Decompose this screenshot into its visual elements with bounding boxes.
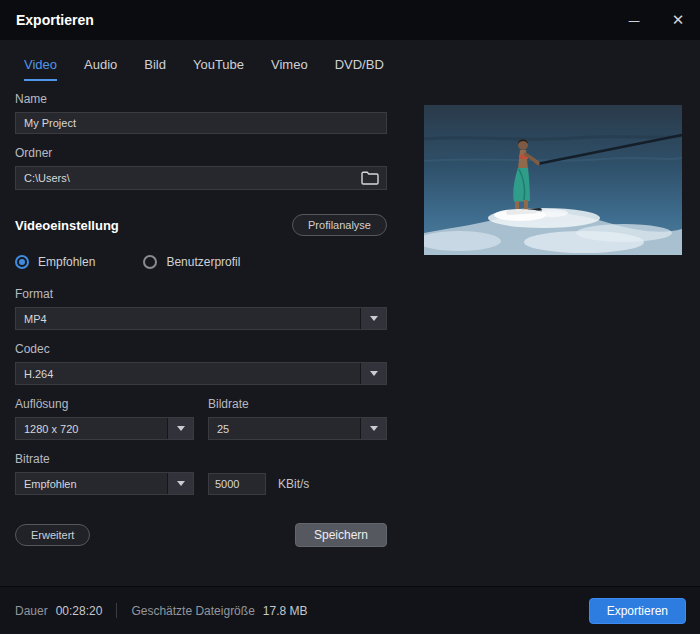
bitrate-mode-value: Empfohlen <box>16 473 167 494</box>
footer-bar: Dauer 00:28:20 Geschätzte Dateigröße 17.… <box>0 586 700 634</box>
chevron-down-icon <box>370 371 378 376</box>
framerate-value: 25 <box>209 418 360 439</box>
format-select-arrow[interactable] <box>360 308 386 329</box>
chevron-down-icon <box>177 481 185 486</box>
profile-analysis-button[interactable]: Profilanalyse <box>292 214 387 236</box>
bitrate-row: Empfohlen KBit/s <box>15 472 387 495</box>
chevron-down-icon <box>370 316 378 321</box>
video-preview-image <box>424 105 682 255</box>
footer-stats: Dauer 00:28:20 Geschätzte Dateigröße 17.… <box>15 603 308 618</box>
name-label: Name <box>15 92 387 106</box>
export-form: Name Ordner Videoeinstellung Profilanaly… <box>15 92 387 547</box>
footer-divider <box>116 603 117 618</box>
format-label: Format <box>15 287 387 301</box>
filesize-label: Geschätzte Dateigröße <box>131 604 254 618</box>
minimize-button[interactable]: ─ <box>612 0 656 40</box>
codec-value: H.264 <box>16 363 360 384</box>
filesize-value: 17.8 MB <box>263 604 308 618</box>
radio-unselected-icon <box>143 255 157 269</box>
duration-label: Dauer <box>15 604 48 618</box>
framerate-select[interactable]: 25 <box>208 417 387 440</box>
duration-value: 00:28:20 <box>56 604 103 618</box>
radio-recommended[interactable]: Empfohlen <box>15 255 95 269</box>
tab-audio[interactable]: Audio <box>84 57 117 81</box>
codec-label: Codec <box>15 342 387 356</box>
export-button[interactable]: Exportieren <box>589 598 686 624</box>
video-preview <box>424 105 682 255</box>
browse-folder-button[interactable] <box>359 169 381 187</box>
radio-custom-label: Benutzerprofil <box>166 255 240 269</box>
folder-field <box>15 166 387 190</box>
profile-radio-group: Empfohlen Benutzerprofil <box>15 255 387 269</box>
resolution-select[interactable]: 1280 x 720 <box>15 417 194 440</box>
resolution-label: Auflösung <box>15 397 194 411</box>
chevron-down-icon <box>177 426 185 431</box>
tab-youtube[interactable]: YouTube <box>193 57 244 81</box>
close-button[interactable]: ✕ <box>656 0 700 40</box>
minimize-icon: ─ <box>629 12 640 29</box>
advanced-button[interactable]: Erweitert <box>15 524 90 546</box>
bitrate-label: Bitrate <box>15 452 387 466</box>
bitrate-unit-label: KBit/s <box>278 477 309 491</box>
framerate-label: Bildrate <box>208 397 387 411</box>
folder-icon <box>361 171 379 185</box>
window-controls: ─ ✕ <box>612 0 700 40</box>
resolution-value: 1280 x 720 <box>16 418 167 439</box>
bitrate-select[interactable]: Empfohlen <box>15 472 194 495</box>
framerate-select-arrow[interactable] <box>360 418 386 439</box>
codec-select[interactable]: H.264 <box>15 362 387 385</box>
radio-selected-icon <box>15 255 29 269</box>
export-dialog: Exportieren ─ ✕ Video Audio Bild YouTube… <box>0 0 700 634</box>
form-buttons-row: Erweitert Speichern <box>15 523 387 547</box>
dialog-title: Exportieren <box>16 12 94 28</box>
bitrate-amount-input[interactable] <box>208 473 266 495</box>
video-settings-header: Videoeinstellung Profilanalyse <box>15 214 387 236</box>
titlebar: Exportieren ─ ✕ <box>0 0 700 40</box>
bitrate-amount-field: KBit/s <box>208 472 309 495</box>
format-value: MP4 <box>16 308 360 329</box>
save-button[interactable]: Speichern <box>295 523 387 547</box>
bitrate-select-arrow[interactable] <box>167 473 193 494</box>
chevron-down-icon <box>370 426 378 431</box>
resolution-field: Auflösung 1280 x 720 <box>15 397 194 440</box>
format-select[interactable]: MP4 <box>15 307 387 330</box>
resolution-framerate-row: Auflösung 1280 x 720 Bildrate 25 <box>15 397 387 440</box>
bitrate-mode-field: Empfohlen <box>15 472 194 495</box>
folder-path-input[interactable] <box>15 166 387 190</box>
resolution-select-arrow[interactable] <box>167 418 193 439</box>
tab-vimeo[interactable]: Vimeo <box>271 57 308 81</box>
export-tabs: Video Audio Bild YouTube Vimeo DVD/BD <box>24 57 384 81</box>
close-icon: ✕ <box>672 11 685 29</box>
radio-recommended-label: Empfohlen <box>38 255 95 269</box>
video-settings-title: Videoeinstellung <box>15 218 119 233</box>
radio-custom-profile[interactable]: Benutzerprofil <box>143 255 240 269</box>
framerate-field: Bildrate 25 <box>208 397 387 440</box>
project-name-input[interactable] <box>15 112 387 134</box>
folder-label: Ordner <box>15 146 387 160</box>
tab-bild[interactable]: Bild <box>144 57 166 81</box>
codec-select-arrow[interactable] <box>360 363 386 384</box>
tab-dvd-bd[interactable]: DVD/BD <box>335 57 384 81</box>
tab-video[interactable]: Video <box>24 57 57 81</box>
